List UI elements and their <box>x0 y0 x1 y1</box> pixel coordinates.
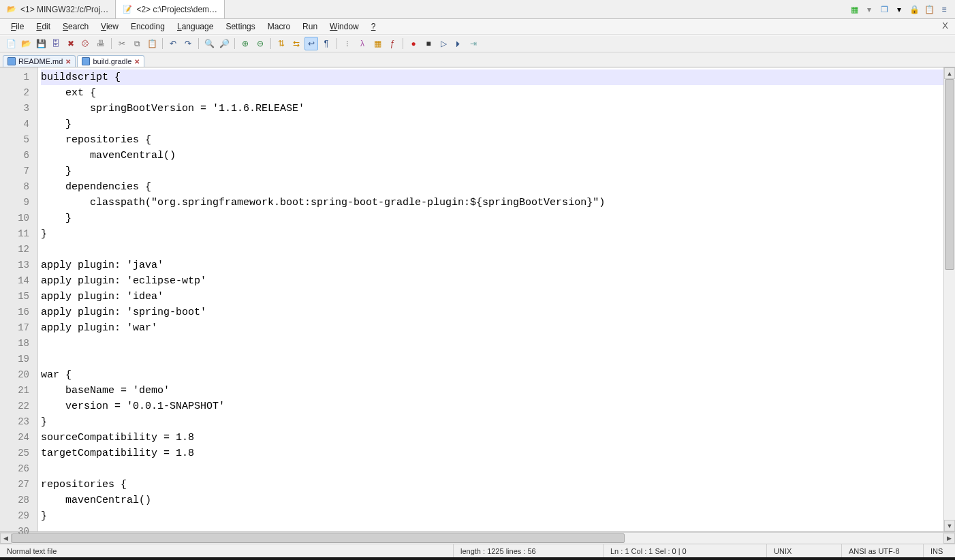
scroll-thumb[interactable] <box>945 79 954 270</box>
window-icon[interactable]: ❐ <box>879 4 890 15</box>
indent-guide-icon[interactable]: ⫶ <box>341 37 354 50</box>
separator <box>234 38 235 49</box>
menu-search[interactable]: Search <box>57 20 94 33</box>
doc-map-icon[interactable]: ▦ <box>371 37 384 50</box>
terminal-right-icons: ▦ ▾ ❐ ▾ 🔒 📋 ≡ <box>843 0 955 18</box>
menu-icon[interactable]: ≡ <box>939 4 950 15</box>
wordwrap-icon[interactable]: ↩ <box>304 37 318 50</box>
close-all-icon[interactable]: ⛒ <box>79 37 93 50</box>
scroll-right-icon[interactable]: ▶ <box>943 533 955 544</box>
code-line[interactable]: apply plugin: 'java' <box>41 260 163 271</box>
new-file-icon[interactable]: 📄 <box>4 37 18 50</box>
code-line[interactable]: repositories { <box>41 479 127 491</box>
play-icon[interactable]: ▷ <box>437 37 450 50</box>
menu-view[interactable]: View <box>95 20 124 33</box>
lock-icon[interactable]: 🔒 <box>909 4 920 15</box>
code-line[interactable]: targetCompatibility = 1.8 <box>41 448 194 459</box>
horizontal-scrollbar[interactable]: ◀ ▶ <box>0 532 955 544</box>
code-line[interactable]: apply plugin: 'spring-boot' <box>41 307 206 318</box>
scroll-down-icon[interactable]: ▼ <box>944 520 955 531</box>
code-line[interactable]: } <box>41 416 47 428</box>
close-tab-icon[interactable]: ✕ <box>134 58 140 65</box>
close-icon[interactable]: ✖ <box>64 37 78 50</box>
separator <box>270 38 271 49</box>
code-line[interactable]: } <box>41 228 47 240</box>
menu-file[interactable]: File <box>5 20 29 33</box>
terminal-tab-1[interactable]: 📂 <1> MINGW32:/c/Proj… <box>0 0 116 18</box>
lang-icon[interactable]: λ <box>356 37 369 50</box>
code-line[interactable]: dependencies { <box>41 181 151 193</box>
replace-icon[interactable]: 🔎 <box>217 37 231 50</box>
paste-icon[interactable]: 📋 <box>145 37 159 50</box>
code-line[interactable]: repositories { <box>41 134 151 146</box>
code-line[interactable]: } <box>41 213 72 224</box>
menu-language[interactable]: Language <box>172 20 219 33</box>
sync-h-icon[interactable]: ⇆ <box>289 37 303 50</box>
menu-macro[interactable]: Macro <box>262 20 296 33</box>
code-line[interactable]: mavenCentral() <box>41 150 176 161</box>
undo-icon[interactable]: ↶ <box>166 37 180 50</box>
line-number: 1 <box>0 69 37 85</box>
sync-v-icon[interactable]: ⇅ <box>275 37 288 50</box>
cut-icon[interactable]: ✂ <box>115 37 129 50</box>
separator <box>162 38 163 49</box>
zoom-out-icon[interactable]: ⊖ <box>253 37 267 50</box>
close-doc-icon[interactable]: X <box>942 20 948 31</box>
code-line[interactable]: } <box>41 119 72 130</box>
code-line[interactable]: mavenCentral() <box>41 495 151 506</box>
code-line[interactable]: classpath("org.springframework.boot:spri… <box>41 197 605 208</box>
code-line[interactable]: version = '0.0.1-SNAPSHOT' <box>41 401 225 412</box>
code-line[interactable]: ext { <box>41 87 96 99</box>
show-all-chars-icon[interactable]: ¶ <box>319 37 333 50</box>
menu-settings[interactable]: Settings <box>220 20 260 33</box>
code-line[interactable]: apply plugin: 'war' <box>41 322 157 334</box>
redo-icon[interactable]: ↷ <box>181 37 195 50</box>
find-icon[interactable]: 🔍 <box>202 37 216 50</box>
close-tab-icon[interactable]: ✕ <box>65 58 71 65</box>
status-eol[interactable]: UNIX <box>767 544 842 557</box>
menu-encoding[interactable]: Encoding <box>125 20 170 33</box>
copy-icon[interactable]: ⧉ <box>130 37 144 50</box>
play-multi-icon[interactable]: ⏵ <box>452 37 465 50</box>
stop-icon[interactable]: ■ <box>422 37 435 50</box>
code-area[interactable]: buildscript { ext { springBootVersion = … <box>38 67 943 531</box>
menu-help[interactable]: ? <box>366 20 381 33</box>
menu-run[interactable]: Run <box>297 20 323 33</box>
file-tab-readme[interactable]: README.md ✕ <box>3 55 76 67</box>
add-tab-icon[interactable]: ▦ <box>849 4 860 15</box>
code-line[interactable]: war { <box>41 369 72 381</box>
open-file-icon[interactable]: 📂 <box>19 37 33 50</box>
code-line[interactable]: apply plugin: 'idea' <box>41 291 163 302</box>
code-line[interactable]: springBootVersion = '1.1.6.RELEASE' <box>41 103 304 114</box>
paste-icon[interactable]: 📋 <box>924 4 935 15</box>
line-number: 15 <box>0 289 37 305</box>
dropdown-icon[interactable]: ▾ <box>864 4 875 15</box>
menu-window[interactable]: Window <box>324 20 364 33</box>
code-line[interactable]: } <box>41 166 72 177</box>
scroll-thumb-h[interactable] <box>12 533 625 543</box>
status-encoding[interactable]: ANSI as UTF-8 <box>842 544 924 557</box>
vertical-scrollbar[interactable]: ▲ ▼ <box>943 67 955 531</box>
line-number: 18 <box>0 336 37 352</box>
print-icon[interactable]: 🖶 <box>94 37 108 50</box>
func-list-icon[interactable]: ƒ <box>386 37 399 50</box>
menu-edit[interactable]: Edit <box>31 20 56 33</box>
record-icon[interactable]: ● <box>407 37 420 50</box>
status-insert[interactable]: INS <box>924 544 955 557</box>
save-icon[interactable]: 💾 <box>34 37 48 50</box>
chevron-down-icon[interactable]: ▾ <box>894 4 905 15</box>
code-line[interactable]: } <box>41 510 47 522</box>
file-tab-build[interactable]: build.gradle ✕ <box>77 55 144 67</box>
code-line[interactable]: baseName = 'demo' <box>41 385 170 396</box>
code-line[interactable]: apply plugin: 'eclipse-wtp' <box>41 275 206 287</box>
code-line[interactable]: sourceCompatibility = 1.8 <box>41 432 194 444</box>
save-all-icon[interactable]: 🗄 <box>49 37 63 50</box>
terminal-tab-2[interactable]: 📝 <2> c:\Projects\dem… <box>116 0 225 18</box>
line-number: 17 <box>0 320 37 336</box>
save-macro-icon[interactable]: ⇥ <box>467 37 480 50</box>
editor: 1234567891011121314151617181920212223242… <box>0 67 955 532</box>
line-number: 5 <box>0 132 37 148</box>
scroll-up-icon[interactable]: ▲ <box>944 67 955 79</box>
zoom-in-icon[interactable]: ⊕ <box>238 37 252 50</box>
code-line[interactable]: buildscript { <box>41 69 943 85</box>
